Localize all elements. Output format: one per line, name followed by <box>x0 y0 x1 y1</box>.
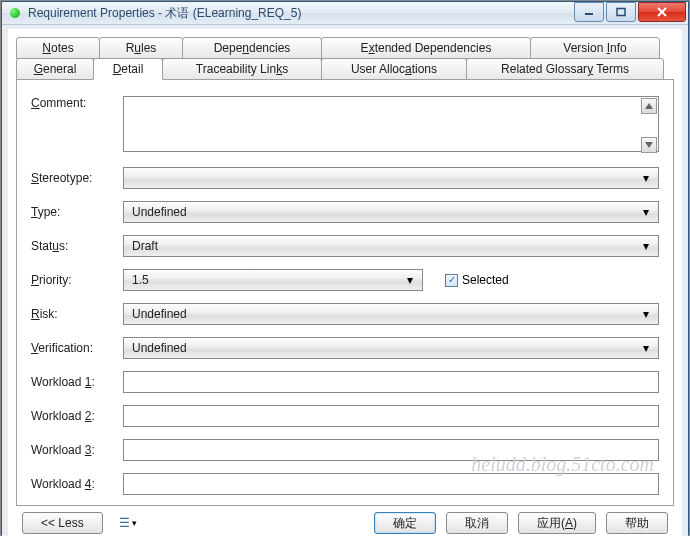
window-controls <box>572 2 686 24</box>
menu-dropdown-button[interactable]: ☰ ▾ <box>113 512 143 534</box>
stereotype-label: Stereotype: <box>31 171 111 185</box>
stereotype-combo[interactable]: ▾ <box>123 167 659 189</box>
minimize-button[interactable] <box>574 2 604 22</box>
app-window: Requirement Properties - 术语 (ELearning_R… <box>1 1 689 535</box>
help-button[interactable]: 帮助 <box>606 512 668 534</box>
svg-marker-4 <box>645 103 653 109</box>
titlebar: Requirement Properties - 术语 (ELearning_R… <box>2 2 688 25</box>
chevron-down-icon: ▾ <box>638 205 654 219</box>
chevron-down-icon: ▾ <box>638 239 654 253</box>
client-area: Notes Rules Dependencies Extended Depend… <box>2 25 688 536</box>
tabs-row-1: Notes Rules Dependencies Extended Depend… <box>16 37 674 59</box>
window-title: Requirement Properties - 术语 (ELearning_R… <box>28 5 572 22</box>
close-button[interactable] <box>638 2 686 22</box>
comment-textarea[interactable] <box>123 96 659 152</box>
dialog-footer: << Less ☰ ▾ 确定 取消 应用(A) 帮助 <box>16 506 674 536</box>
apply-button[interactable]: 应用(A) <box>518 512 596 534</box>
chevron-down-icon: ▾ <box>638 307 654 321</box>
app-icon <box>10 8 20 18</box>
workload3-input[interactable] <box>123 439 659 461</box>
tab-detail[interactable]: Detail <box>93 58 163 80</box>
workload2-label: Workload 2: <box>31 409 111 423</box>
tab-user-allocations[interactable]: User Allocations <box>321 58 467 80</box>
maximize-button[interactable] <box>606 2 636 22</box>
workload1-input[interactable] <box>123 371 659 393</box>
status-label: Status: <box>31 239 111 253</box>
svg-rect-1 <box>617 9 625 16</box>
risk-label: Risk: <box>31 307 111 321</box>
tab-dependencies[interactable]: Dependencies <box>182 37 322 59</box>
priority-label: Priority: <box>31 273 111 287</box>
selected-checkbox[interactable]: ✓ Selected <box>445 273 509 287</box>
tab-rules[interactable]: Rules <box>99 37 183 59</box>
cancel-button[interactable]: 取消 <box>446 512 508 534</box>
verification-label: Verification: <box>31 341 111 355</box>
chevron-down-icon: ▾ <box>638 341 654 355</box>
workload2-input[interactable] <box>123 405 659 427</box>
workload3-label: Workload 3: <box>31 443 111 457</box>
tab-version-info[interactable]: Version Info <box>530 37 660 59</box>
scroll-up-icon[interactable] <box>641 98 657 114</box>
ok-button[interactable]: 确定 <box>374 512 436 534</box>
workload1-label: Workload 1: <box>31 375 111 389</box>
workload4-input[interactable] <box>123 473 659 495</box>
priority-combo[interactable]: 1.5▾ <box>123 269 423 291</box>
risk-combo[interactable]: Undefined▾ <box>123 303 659 325</box>
list-icon: ☰ <box>119 516 130 530</box>
tab-general[interactable]: General <box>16 58 94 80</box>
detail-panel: Comment: Stereotype: ▾ Type: Undefined▾ … <box>16 79 674 506</box>
less-button[interactable]: << Less <box>22 512 103 534</box>
tab-traceability-links[interactable]: Traceability Links <box>162 58 322 80</box>
tab-related-glossary-terms[interactable]: Related Glossary Terms <box>466 58 664 80</box>
type-label: Type: <box>31 205 111 219</box>
tab-notes[interactable]: Notes <box>16 37 100 59</box>
scroll-down-icon[interactable] <box>641 137 657 153</box>
tabs-row-2: General Detail Traceability Links User A… <box>16 58 674 80</box>
tab-extended-dependencies[interactable]: Extended Dependencies <box>321 37 531 59</box>
workload4-label: Workload 4: <box>31 477 111 491</box>
selected-label: Selected <box>462 273 509 287</box>
comment-label: Comment: <box>31 96 111 110</box>
status-combo[interactable]: Draft▾ <box>123 235 659 257</box>
type-combo[interactable]: Undefined▾ <box>123 201 659 223</box>
chevron-down-icon: ▾ <box>638 171 654 185</box>
chevron-down-icon: ▾ <box>402 273 418 287</box>
chevron-down-icon: ▾ <box>132 518 137 528</box>
svg-marker-5 <box>645 142 653 148</box>
check-icon: ✓ <box>445 274 458 287</box>
verification-combo[interactable]: Undefined▾ <box>123 337 659 359</box>
